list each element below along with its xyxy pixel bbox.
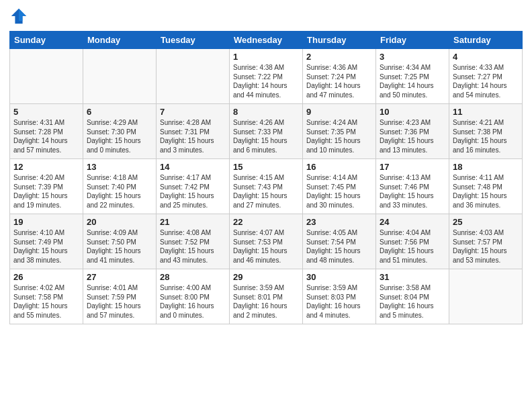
day-number: 20 <box>87 217 152 227</box>
day-cell-21: 21Sunrise: 4:08 AM Sunset: 7:52 PM Dayli… <box>157 214 230 269</box>
empty-cell <box>10 49 83 104</box>
week-row-5: 26Sunrise: 4:02 AM Sunset: 7:58 PM Dayli… <box>10 269 523 324</box>
day-info: Sunrise: 4:14 AM Sunset: 7:45 PM Dayligh… <box>306 173 372 210</box>
day-cell-29: 29Sunrise: 3:59 AM Sunset: 8:01 PM Dayli… <box>230 269 303 324</box>
weekday-header-friday: Friday <box>376 32 449 49</box>
svg-marker-1 <box>19 9 26 21</box>
day-info: Sunrise: 4:23 AM Sunset: 7:36 PM Dayligh… <box>380 118 445 154</box>
main-container: SundayMondayTuesdayWednesdayThursdayFrid… <box>0 0 532 328</box>
day-number: 1 <box>233 52 299 62</box>
day-number: 8 <box>233 107 299 117</box>
day-cell-27: 27Sunrise: 4:01 AM Sunset: 7:59 PM Dayli… <box>83 269 157 324</box>
day-info: Sunrise: 4:20 AM Sunset: 7:39 PM Dayligh… <box>13 173 79 210</box>
day-info: Sunrise: 4:36 AM Sunset: 7:24 PM Dayligh… <box>306 63 372 99</box>
day-number: 9 <box>306 107 372 117</box>
day-info: Sunrise: 4:05 AM Sunset: 7:54 PM Dayligh… <box>306 228 372 265</box>
day-number: 13 <box>87 162 152 172</box>
day-info: Sunrise: 4:26 AM Sunset: 7:33 PM Dayligh… <box>233 118 299 154</box>
day-cell-16: 16Sunrise: 4:14 AM Sunset: 7:45 PM Dayli… <box>303 159 376 214</box>
day-cell-19: 19Sunrise: 4:10 AM Sunset: 7:49 PM Dayli… <box>10 214 83 269</box>
week-row-3: 12Sunrise: 4:20 AM Sunset: 7:39 PM Dayli… <box>10 159 523 214</box>
logo-icon <box>9 7 28 26</box>
day-info: Sunrise: 4:10 AM Sunset: 7:49 PM Dayligh… <box>13 228 79 265</box>
day-cell-22: 22Sunrise: 4:07 AM Sunset: 7:53 PM Dayli… <box>230 214 303 269</box>
header <box>9 7 523 26</box>
day-cell-23: 23Sunrise: 4:05 AM Sunset: 7:54 PM Dayli… <box>303 214 376 269</box>
day-number: 14 <box>160 162 226 172</box>
day-info: Sunrise: 4:11 AM Sunset: 7:48 PM Dayligh… <box>453 173 519 210</box>
day-info: Sunrise: 3:59 AM Sunset: 8:01 PM Dayligh… <box>233 283 299 320</box>
day-info: Sunrise: 4:33 AM Sunset: 7:27 PM Dayligh… <box>453 63 519 99</box>
day-cell-8: 8Sunrise: 4:26 AM Sunset: 7:33 PM Daylig… <box>230 104 303 159</box>
week-row-1: 1Sunrise: 4:38 AM Sunset: 7:22 PM Daylig… <box>10 49 523 104</box>
day-cell-14: 14Sunrise: 4:17 AM Sunset: 7:42 PM Dayli… <box>157 159 230 214</box>
day-cell-25: 25Sunrise: 4:03 AM Sunset: 7:57 PM Dayli… <box>449 214 523 269</box>
week-row-4: 19Sunrise: 4:10 AM Sunset: 7:49 PM Dayli… <box>10 214 523 269</box>
day-cell-6: 6Sunrise: 4:29 AM Sunset: 7:30 PM Daylig… <box>83 104 157 159</box>
weekday-header-tuesday: Tuesday <box>157 32 230 49</box>
day-info: Sunrise: 4:15 AM Sunset: 7:43 PM Dayligh… <box>233 173 299 210</box>
day-cell-28: 28Sunrise: 4:00 AM Sunset: 8:00 PM Dayli… <box>157 269 230 324</box>
day-cell-1: 1Sunrise: 4:38 AM Sunset: 7:22 PM Daylig… <box>230 49 303 104</box>
day-number: 24 <box>380 217 445 227</box>
day-info: Sunrise: 4:09 AM Sunset: 7:50 PM Dayligh… <box>87 228 152 265</box>
day-number: 10 <box>380 107 445 117</box>
weekday-header-row: SundayMondayTuesdayWednesdayThursdayFrid… <box>10 32 523 49</box>
day-cell-20: 20Sunrise: 4:09 AM Sunset: 7:50 PM Dayli… <box>83 214 157 269</box>
weekday-header-saturday: Saturday <box>449 32 523 49</box>
day-number: 5 <box>13 107 79 117</box>
day-number: 19 <box>13 217 79 227</box>
day-info: Sunrise: 4:31 AM Sunset: 7:28 PM Dayligh… <box>13 118 79 154</box>
day-number: 4 <box>453 52 519 62</box>
weekday-header-sunday: Sunday <box>10 32 83 49</box>
day-number: 29 <box>233 272 299 282</box>
day-number: 31 <box>380 272 445 282</box>
day-cell-10: 10Sunrise: 4:23 AM Sunset: 7:36 PM Dayli… <box>376 104 449 159</box>
day-number: 25 <box>453 217 519 227</box>
day-cell-26: 26Sunrise: 4:02 AM Sunset: 7:58 PM Dayli… <box>10 269 83 324</box>
day-number: 18 <box>453 162 519 172</box>
day-number: 2 <box>306 52 372 62</box>
day-info: Sunrise: 4:18 AM Sunset: 7:40 PM Dayligh… <box>87 173 152 210</box>
day-info: Sunrise: 4:02 AM Sunset: 7:58 PM Dayligh… <box>13 283 79 320</box>
day-info: Sunrise: 4:04 AM Sunset: 7:56 PM Dayligh… <box>380 228 445 265</box>
day-info: Sunrise: 4:21 AM Sunset: 7:38 PM Dayligh… <box>453 118 519 154</box>
day-cell-18: 18Sunrise: 4:11 AM Sunset: 7:48 PM Dayli… <box>449 159 523 214</box>
day-info: Sunrise: 4:00 AM Sunset: 8:00 PM Dayligh… <box>160 283 226 320</box>
day-cell-31: 31Sunrise: 3:58 AM Sunset: 8:04 PM Dayli… <box>376 269 449 324</box>
day-number: 12 <box>13 162 79 172</box>
day-info: Sunrise: 4:07 AM Sunset: 7:53 PM Dayligh… <box>233 228 299 265</box>
empty-cell <box>83 49 157 104</box>
calendar-table: SundayMondayTuesdayWednesdayThursdayFrid… <box>9 31 523 324</box>
day-info: Sunrise: 4:17 AM Sunset: 7:42 PM Dayligh… <box>160 173 226 210</box>
day-cell-9: 9Sunrise: 4:24 AM Sunset: 7:35 PM Daylig… <box>303 104 376 159</box>
day-cell-3: 3Sunrise: 4:34 AM Sunset: 7:25 PM Daylig… <box>376 49 449 104</box>
day-number: 15 <box>233 162 299 172</box>
day-info: Sunrise: 4:01 AM Sunset: 7:59 PM Dayligh… <box>87 283 152 320</box>
day-info: Sunrise: 4:03 AM Sunset: 7:57 PM Dayligh… <box>453 228 519 265</box>
day-cell-4: 4Sunrise: 4:33 AM Sunset: 7:27 PM Daylig… <box>449 49 523 104</box>
day-info: Sunrise: 4:08 AM Sunset: 7:52 PM Dayligh… <box>160 228 226 265</box>
week-row-2: 5Sunrise: 4:31 AM Sunset: 7:28 PM Daylig… <box>10 104 523 159</box>
day-cell-2: 2Sunrise: 4:36 AM Sunset: 7:24 PM Daylig… <box>303 49 376 104</box>
logo <box>9 7 30 26</box>
weekday-header-monday: Monday <box>83 32 157 49</box>
day-cell-5: 5Sunrise: 4:31 AM Sunset: 7:28 PM Daylig… <box>10 104 83 159</box>
day-number: 26 <box>13 272 79 282</box>
empty-cell <box>449 269 523 324</box>
day-info: Sunrise: 4:38 AM Sunset: 7:22 PM Dayligh… <box>233 63 299 99</box>
weekday-header-wednesday: Wednesday <box>230 32 303 49</box>
day-number: 7 <box>160 107 226 117</box>
day-number: 3 <box>380 52 445 62</box>
day-number: 28 <box>160 272 226 282</box>
weekday-header-thursday: Thursday <box>303 32 376 49</box>
day-number: 21 <box>160 217 226 227</box>
day-info: Sunrise: 4:13 AM Sunset: 7:46 PM Dayligh… <box>380 173 445 210</box>
day-cell-15: 15Sunrise: 4:15 AM Sunset: 7:43 PM Dayli… <box>230 159 303 214</box>
day-info: Sunrise: 4:24 AM Sunset: 7:35 PM Dayligh… <box>306 118 372 154</box>
day-cell-12: 12Sunrise: 4:20 AM Sunset: 7:39 PM Dayli… <box>10 159 83 214</box>
day-number: 22 <box>233 217 299 227</box>
day-info: Sunrise: 3:58 AM Sunset: 8:04 PM Dayligh… <box>380 283 445 320</box>
day-info: Sunrise: 3:59 AM Sunset: 8:03 PM Dayligh… <box>306 283 372 320</box>
day-cell-7: 7Sunrise: 4:28 AM Sunset: 7:31 PM Daylig… <box>157 104 230 159</box>
